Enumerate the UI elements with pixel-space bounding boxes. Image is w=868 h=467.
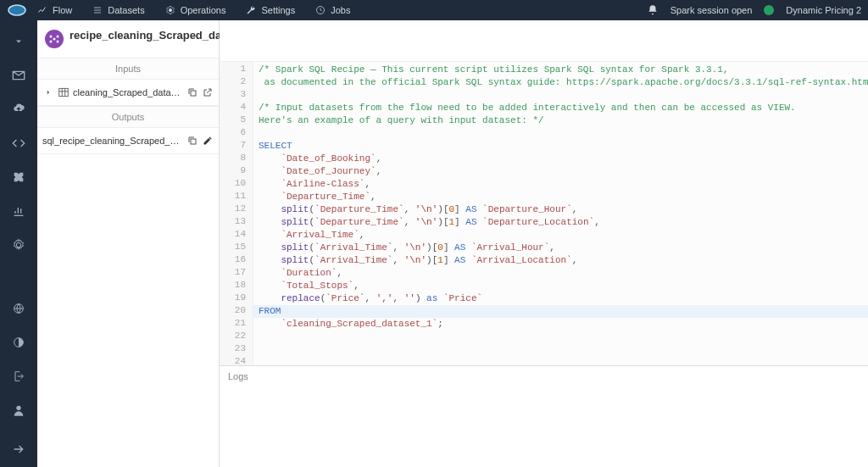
code-line[interactable]: `Arrival_Time`, <box>253 229 868 242</box>
nav-item-label: Operations <box>181 5 226 15</box>
nav-item-settings[interactable]: Settings <box>246 5 295 15</box>
code-line[interactable]: `Date_of_Journey`, <box>253 165 868 178</box>
line-gutter: 1234567891011121314151617181920212223242… <box>220 62 253 365</box>
open-icon[interactable] <box>202 86 214 98</box>
datasets-icon <box>92 5 103 15</box>
svg-point-0 <box>8 5 25 15</box>
gear-icon[interactable] <box>11 237 26 253</box>
nav-item-label: Flow <box>53 5 72 15</box>
svg-point-4 <box>16 406 20 410</box>
code-line[interactable]: `Date_of_Booking`, <box>253 153 868 165</box>
code-line[interactable]: `Duration`, <box>253 267 868 280</box>
code-line[interactable] <box>253 89 868 102</box>
side-panel: recipe_cleaning_Scraped_dataset_1 Inputs… <box>37 20 220 467</box>
svg-rect-12 <box>191 91 196 96</box>
chevron-down-icon[interactable] <box>11 34 26 49</box>
svg-point-9 <box>57 41 59 43</box>
code-line[interactable] <box>253 331 868 343</box>
code-line[interactable]: split(`Arrival_Time`, '\n')[1] AS `Arriv… <box>253 254 868 267</box>
wrench-icon <box>246 5 256 15</box>
contrast-icon[interactable] <box>11 335 26 350</box>
code-line[interactable]: split(`Arrival_Time`, '\n')[0] AS `Arriv… <box>253 242 868 254</box>
nav-item-flow[interactable]: Flow <box>37 5 72 15</box>
code-line[interactable]: `Airline-Class`, <box>253 178 868 191</box>
status-dot-icon <box>764 5 774 15</box>
code-line[interactable]: as documented in the official Spark SQL … <box>253 76 868 89</box>
logs-panel: Logs hide ⌄ <box>220 365 868 467</box>
chart-icon[interactable] <box>11 203 26 219</box>
code-line[interactable] <box>253 343 868 356</box>
logs-label: Logs <box>228 371 248 381</box>
puzzle-icon[interactable] <box>11 170 26 185</box>
code-line[interactable]: SELECT <box>253 140 868 153</box>
mail-icon[interactable] <box>11 68 26 83</box>
svg-point-8 <box>50 41 53 43</box>
nav-item-operations[interactable]: Operations <box>165 5 226 15</box>
nav-item-label: Datasets <box>108 5 144 15</box>
dataset-icon <box>58 86 70 98</box>
svg-rect-11 <box>59 88 69 96</box>
gear-icon <box>165 5 175 15</box>
svg-rect-13 <box>191 139 196 144</box>
code-line[interactable]: `cleaning_Scraped_dataset_1`; <box>253 318 868 331</box>
copy-icon[interactable] <box>186 86 198 98</box>
output-dataset-name: sql_recipe_cleaning_Scraped_dataset_1 <box>42 136 183 146</box>
output-dataset-row[interactable]: sql_recipe_cleaning_Scraped_dataset_1 <box>37 128 219 154</box>
project-name[interactable]: Dynamic Pricing 2 <box>786 5 861 15</box>
flow-icon <box>37 5 47 15</box>
code-line[interactable]: replace(`Price`, ',', '') as `Price` <box>253 292 868 305</box>
nav-item-label: Jobs <box>331 5 350 15</box>
code-icon[interactable] <box>11 136 26 151</box>
code-line[interactable]: /* Input datasets from the flow need to … <box>253 102 868 114</box>
topbar-nav: FlowDatasetsOperationsSettingsJobs <box>37 5 350 15</box>
code-line[interactable]: Here's an example of a query with input … <box>253 114 868 127</box>
input-dataset-name: cleaning_Scraped_dataset_1 <box>73 87 183 97</box>
spark-session-status: Spark session open <box>670 5 753 15</box>
code-line[interactable] <box>253 127 868 140</box>
user-icon[interactable] <box>11 403 26 418</box>
exit-icon[interactable] <box>11 369 26 384</box>
outputs-section-header: Outputs <box>37 106 219 128</box>
code-line[interactable] <box>253 356 868 365</box>
inputs-section-header: Inputs <box>37 58 219 80</box>
nav-item-jobs[interactable]: Jobs <box>315 5 350 15</box>
code-line[interactable]: FROM <box>253 305 868 318</box>
code-body[interactable]: /* Spark SQL Recipe — This current scrip… <box>253 62 868 365</box>
copy-icon[interactable] <box>186 135 198 147</box>
svg-point-6 <box>50 36 53 38</box>
arrow-right-icon[interactable] <box>11 442 26 457</box>
globe-icon[interactable] <box>11 301 26 316</box>
editor-toolbar: Save ▾ <box>220 20 868 61</box>
code-editor[interactable]: 1234567891011121314151617181920212223242… <box>220 61 868 365</box>
code-line[interactable]: /* Spark SQL Recipe — This current scrip… <box>253 64 868 76</box>
cloud-upload-icon[interactable] <box>11 102 26 117</box>
chevron-right-icon <box>42 86 54 98</box>
jobs-icon <box>315 5 326 15</box>
input-dataset-row[interactable]: cleaning_Scraped_dataset_1 <box>37 80 219 106</box>
code-line[interactable]: `Departure_Time`, <box>253 191 868 203</box>
topbar: FlowDatasetsOperationsSettingsJobs Spark… <box>0 0 868 20</box>
recipe-type-icon <box>44 29 64 49</box>
code-line[interactable]: split(`Departure_Time`, '\n')[0] AS `Dep… <box>253 203 868 216</box>
code-line[interactable]: split(`Departure_Time`, '\n')[1] AS `Dep… <box>253 216 868 229</box>
svg-point-10 <box>53 38 56 41</box>
bell-icon[interactable] <box>647 4 659 16</box>
edit-icon[interactable] <box>202 135 214 147</box>
svg-point-7 <box>57 36 59 38</box>
app-logo[interactable] <box>7 2 27 19</box>
code-line[interactable]: `Total_Stops`, <box>253 280 868 292</box>
nav-item-datasets[interactable]: Datasets <box>92 5 144 15</box>
left-nav-bar <box>0 20 37 467</box>
nav-item-label: Settings <box>261 5 295 15</box>
